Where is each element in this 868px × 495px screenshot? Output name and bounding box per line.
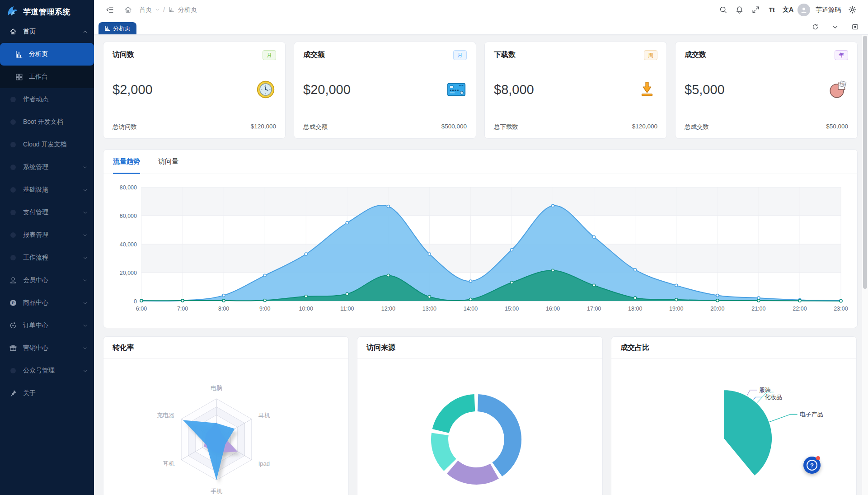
sidebar-item-marketing[interactable]: 营销中心	[0, 337, 94, 359]
sidebar-item-label: 基础设施	[23, 186, 48, 194]
chevron-down-icon	[82, 323, 88, 329]
sidebar-item-analysis[interactable]: 分析页	[0, 43, 94, 66]
product-icon: P	[9, 299, 17, 307]
sidebar-item-boot-docs[interactable]: Boot 开发文档	[0, 111, 94, 133]
sidebar-item-label: Boot 开发文档	[23, 118, 63, 126]
dot-icon	[9, 118, 17, 126]
sidebar-item-workplace[interactable]: 工作台	[0, 66, 94, 88]
breadcrumb-home-icon[interactable]	[121, 3, 135, 17]
svg-text:化妆品: 化妆品	[765, 394, 782, 401]
stat-footer-value: $500,000	[441, 123, 467, 131]
refresh-icon[interactable]	[808, 20, 822, 34]
svg-text:0: 0	[134, 298, 137, 305]
svg-text:充电器: 充电器	[157, 412, 174, 419]
dot-icon	[9, 95, 17, 104]
tab-traffic-trend[interactable]: 流量趋势	[113, 150, 140, 174]
period-badge: 月	[263, 50, 276, 60]
period-badge: 年	[835, 50, 848, 60]
svg-text:Ipad: Ipad	[258, 460, 270, 467]
chevron-down-icon[interactable]	[828, 20, 842, 34]
bankcard-icon	[446, 79, 467, 100]
sidebar-item-cloud-docs[interactable]: Cloud 开发文档	[0, 133, 94, 156]
vertical-scrollbar	[862, 35, 868, 495]
dot-icon	[9, 186, 17, 194]
stat-value: $20,000	[303, 82, 351, 97]
avatar[interactable]	[798, 4, 810, 16]
svg-text:20,000: 20,000	[120, 270, 137, 276]
stat-card-1: 访问数月$2,000总访问数$120,000	[103, 42, 286, 139]
sidebar-item-mp[interactable]: 公众号管理	[0, 359, 94, 382]
order-icon	[9, 321, 17, 330]
sidebar-item-label: 订单中心	[23, 321, 48, 330]
pin-icon	[9, 389, 17, 397]
chevron-down-icon	[82, 300, 88, 306]
marketing-icon	[9, 344, 17, 352]
svg-text:17:00: 17:00	[587, 306, 601, 312]
stat-footer-label: 总成交数	[685, 123, 709, 131]
period-badge: 周	[644, 50, 657, 60]
stat-card-title: 访问数	[113, 50, 134, 60]
question-icon: ?	[807, 460, 817, 471]
svg-text:9:00: 9:00	[259, 306, 270, 312]
chevron-down-icon	[155, 7, 160, 12]
font-size-icon[interactable]: Tt	[765, 3, 779, 17]
fullscreen-icon[interactable]	[749, 3, 762, 17]
sidebar-item-order[interactable]: 订单中心	[0, 314, 94, 337]
sidebar-item-home[interactable]: 首页	[0, 20, 94, 43]
deal-share-pie-chart: 化妆品服装电子产品	[611, 359, 857, 495]
svg-text:13:00: 13:00	[422, 306, 436, 312]
sidebar-item-about[interactable]: 关于	[0, 382, 94, 405]
stat-footer-label: 总成交额	[303, 123, 328, 131]
stat-footer-label: 总访问数	[113, 123, 137, 131]
breadcrumb-item-current[interactable]: 分析页	[178, 6, 197, 14]
sidebar-item-report[interactable]: 报表管理	[0, 224, 94, 246]
sidebar-item-member[interactable]: 会员中心	[0, 269, 94, 292]
sidebar-item-label: 营销中心	[23, 344, 48, 352]
app-screen: 芋道管理系统 首页分析页工作台作者动态Boot 开发文档Cloud 开发文档系统…	[0, 0, 868, 495]
sidebar-item-label: 系统管理	[23, 163, 48, 171]
svg-text:60,000: 60,000	[120, 213, 137, 219]
stat-card-title: 成交额	[303, 50, 325, 60]
bar-chart-icon	[104, 25, 110, 31]
svg-text:P: P	[12, 301, 14, 305]
chevron-down-icon	[82, 210, 88, 216]
svg-text:20:00: 20:00	[710, 306, 724, 312]
sidebar-item-workflow[interactable]: 工作流程	[0, 246, 94, 269]
chevron-down-icon	[82, 345, 88, 351]
tab-analysis-page[interactable]: 分析页	[99, 22, 136, 34]
scrollbar-thumb[interactable]	[863, 36, 867, 289]
svg-text:10:00: 10:00	[299, 306, 313, 312]
tab-visit-volume[interactable]: 访问量	[158, 150, 178, 174]
stat-card-title: 成交数	[685, 50, 706, 60]
svg-text:18:00: 18:00	[628, 306, 642, 312]
stat-footer-value: $50,000	[826, 123, 848, 131]
chart-icon	[15, 50, 23, 58]
conversion-radar-chart: 电脑耳机Ipad手机耳机充电器	[103, 359, 349, 495]
sidebar-item-author-news[interactable]: 作者动态	[0, 88, 94, 111]
sidebar-item-label: 分析页	[29, 50, 48, 58]
sidebar-collapse-icon[interactable]	[103, 3, 117, 17]
breadcrumb-item-home[interactable]: 首页	[139, 6, 152, 14]
svg-text:40,000: 40,000	[120, 241, 137, 248]
search-icon[interactable]	[716, 3, 730, 17]
sidebar-item-system[interactable]: 系统管理	[0, 156, 94, 179]
home-submenu: 分析页工作台	[0, 43, 94, 88]
sidebar-item-infra[interactable]: 基础设施	[0, 179, 94, 201]
sidebar-item-product[interactable]: P商品中心	[0, 292, 94, 314]
dot-icon	[9, 208, 17, 217]
card-title: 访问来源	[366, 343, 395, 353]
breadcrumb: 首页 / 分析页	[139, 6, 197, 14]
user-name[interactable]: 芋道源码	[816, 6, 841, 14]
download-icon	[637, 79, 657, 100]
sidebar-item-payment[interactable]: 支付管理	[0, 201, 94, 224]
sidebar-item-label: 作者动态	[23, 95, 48, 104]
help-button[interactable]: ?	[803, 457, 821, 474]
maximize-icon[interactable]	[848, 20, 862, 34]
sidebar-item-label: Cloud 开发文档	[23, 141, 66, 149]
notification-bell-icon[interactable]	[732, 3, 746, 17]
translate-icon[interactable]: 文A	[781, 3, 795, 17]
settings-gear-icon[interactable]	[845, 3, 859, 17]
clock-icon	[255, 79, 276, 100]
svg-text:14:00: 14:00	[464, 306, 478, 312]
svg-text:21:00: 21:00	[751, 306, 765, 312]
